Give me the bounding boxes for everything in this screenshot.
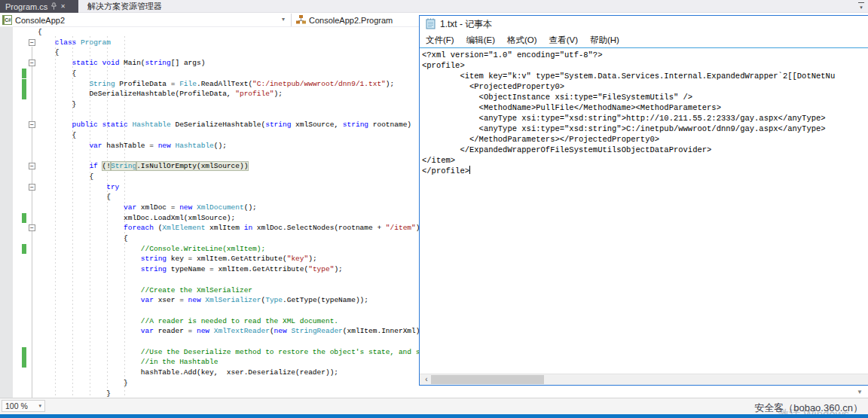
code-line[interactable]: if (!String.IsNullOrEmpty(xmlSource)): [38, 161, 248, 172]
notepad-text-area[interactable]: <?xml version="1.0" encoding="utf-8"?><p…: [420, 48, 868, 374]
chevron-down-icon: ▾: [38, 403, 41, 409]
code-line[interactable]: {: [38, 192, 111, 203]
tab-overflow-icon[interactable]: ▾: [857, 2, 865, 11]
change-bar: [22, 213, 26, 224]
notepad-window: 1.txt - 记事本 文件(F) 编辑(E) 格式(O) 查看(V) 帮助(H…: [419, 15, 868, 386]
code-line[interactable]: {: [38, 27, 42, 38]
zoom-level-value: 100 %: [5, 401, 28, 410]
menu-view[interactable]: 查看(V): [543, 35, 584, 46]
change-bar: [22, 79, 26, 90]
tab-label: Program.cs: [5, 2, 47, 11]
code-line[interactable]: xmlDoc.LoadXml(xmlSource);: [38, 213, 235, 224]
collapse-icon[interactable]: −: [29, 163, 35, 169]
code-line[interactable]: DeSerializeHashtable(ProfileData, "profi…: [38, 89, 283, 99]
menu-format[interactable]: 格式(O): [501, 35, 543, 46]
navbar-separator: [291, 14, 292, 26]
change-bar: [22, 244, 26, 255]
notepad-line[interactable]: </item>: [422, 155, 868, 166]
notepad-line[interactable]: <anyType xsi:type="xsd:string">C:/inetpu…: [422, 124, 868, 134]
close-icon[interactable]: ✕: [60, 0, 66, 13]
notepad-line[interactable]: </ExpandedWrapperOfFileSystemUtilsObject…: [422, 145, 868, 155]
class-icon: [296, 15, 306, 26]
code-line[interactable]: string key = xmlItem.GetAttribute("key")…: [38, 254, 317, 264]
code-line[interactable]: foreach (XmlElement xmlItem in xmlDoc.Se…: [38, 223, 424, 233]
code-line[interactable]: {: [38, 47, 60, 58]
project-dropdown-value: ConsoleApp2: [15, 16, 65, 25]
code-line[interactable]: var xser = new XmlSerializer(Type.GetTyp…: [38, 295, 368, 306]
change-bar: [22, 357, 26, 368]
notepad-title: 1.txt - 记事本: [440, 18, 492, 31]
code-line[interactable]: {: [38, 69, 76, 79]
type-dropdown-value: ConsoleApp2.Program: [309, 16, 393, 25]
code-line[interactable]: try: [38, 182, 119, 193]
document-tab-bar: Program.cs ✕ 解决方案资源管理器 ▾: [0, 0, 868, 13]
menu-edit[interactable]: 编辑(E): [460, 35, 501, 46]
notepad-line[interactable]: <anyType xsi:type="xsd:string">http://10…: [422, 113, 868, 124]
status-strip: [0, 398, 868, 414]
scrollbar-thumb[interactable]: [431, 375, 544, 384]
pin-icon[interactable]: [50, 2, 57, 11]
change-bar: [22, 347, 26, 358]
chevron-down-icon: ▾: [282, 16, 285, 23]
notepad-line[interactable]: <MethodName>PullFile</MethodName><Method…: [422, 102, 868, 113]
text-caret: [469, 166, 470, 174]
code-line[interactable]: //Console.WriteLine(xmlItem);: [38, 244, 265, 255]
code-line[interactable]: //A reader is needed to read the XML doc…: [38, 316, 338, 327]
project-dropdown[interactable]: C# ConsoleApp2 ▾: [0, 13, 291, 27]
code-line[interactable]: var xmlDoc = new XmlDocument();: [38, 203, 257, 213]
code-line[interactable]: var hashTable = new Hashtable();: [38, 141, 227, 151]
code-line[interactable]: String ProfileData = File.ReadAllText("C…: [38, 79, 394, 90]
screenshot-root: Program.cs ✕ 解决方案资源管理器 ▾ C# ConsoleApp2 …: [0, 0, 868, 418]
notepad-titlebar[interactable]: 1.txt - 记事本: [420, 16, 868, 33]
csharp-project-icon: C#: [2, 15, 12, 25]
notepad-icon: [426, 18, 436, 32]
zoom-control[interactable]: 100 % ▾: [2, 400, 45, 412]
code-line[interactable]: //Use the Deserialize method to restore …: [38, 347, 429, 358]
change-bar: [22, 89, 26, 99]
collapse-icon[interactable]: −: [29, 59, 35, 66]
notepad-line[interactable]: <ObjectInstance xsi:type="FileSystemUtil…: [422, 92, 868, 102]
code-line[interactable]: class Program: [38, 38, 111, 48]
code-line[interactable]: {: [38, 130, 76, 141]
change-bar: [22, 69, 26, 79]
collapse-icon[interactable]: −: [29, 39, 35, 46]
notepad-menubar: 文件(F) 编辑(E) 格式(O) 查看(V) 帮助(H): [420, 33, 868, 47]
watermark-text: 安全客（bobao.360.cn）: [754, 401, 863, 415]
notepad-hscrollbar[interactable]: ‹: [420, 374, 868, 385]
code-line[interactable]: }: [38, 99, 76, 110]
notepad-line[interactable]: <ProjectedProperty0>: [422, 81, 868, 92]
code-line[interactable]: {: [38, 172, 93, 182]
code-line[interactable]: //in the Hashtable: [38, 357, 218, 368]
code-line[interactable]: //Create the XmlSerializer: [38, 285, 252, 296]
code-line[interactable]: var reader = new XmlTextReader(new Strin…: [38, 326, 429, 337]
tab-solution-explorer[interactable]: 解决方案资源管理器: [81, 0, 168, 13]
collapse-icon[interactable]: −: [29, 224, 35, 231]
scroll-left-icon[interactable]: ‹: [421, 374, 432, 385]
scrollbar-down-icon[interactable]: ▼: [854, 388, 866, 397]
code-line[interactable]: string typeName = xmlItem.GetAttribute("…: [38, 264, 343, 275]
notepad-line[interactable]: </MethodParameters></ProjectedProperty0>: [422, 134, 868, 145]
status-bar: [0, 414, 868, 418]
notepad-line[interactable]: <?xml version="1.0" encoding="utf-8"?>: [422, 50, 868, 60]
code-line[interactable]: public static Hashtable DeSerializeHasht…: [38, 120, 411, 130]
code-line[interactable]: hashTable.Add(key, xser.Deserialize(read…: [38, 368, 338, 378]
tab-label: 解决方案资源管理器: [87, 2, 162, 11]
collapse-icon[interactable]: −: [29, 121, 35, 128]
code-line[interactable]: }: [38, 378, 128, 389]
code-line[interactable]: {: [38, 233, 128, 244]
notepad-line[interactable]: </profile>: [422, 166, 868, 176]
menu-file[interactable]: 文件(F): [420, 35, 460, 46]
notepad-line[interactable]: <item key="k:v" type="System.Data.Servic…: [422, 71, 868, 81]
tab-program-cs[interactable]: Program.cs ✕: [0, 0, 78, 13]
collapse-icon[interactable]: −: [29, 184, 35, 191]
type-dropdown[interactable]: ConsoleApp2.Program: [294, 13, 393, 27]
code-line[interactable]: static void Main(string[] args): [38, 58, 205, 69]
code-line[interactable]: }: [38, 389, 111, 398]
notepad-line[interactable]: <profile>: [422, 60, 868, 71]
menu-help[interactable]: 帮助(H): [584, 35, 625, 46]
